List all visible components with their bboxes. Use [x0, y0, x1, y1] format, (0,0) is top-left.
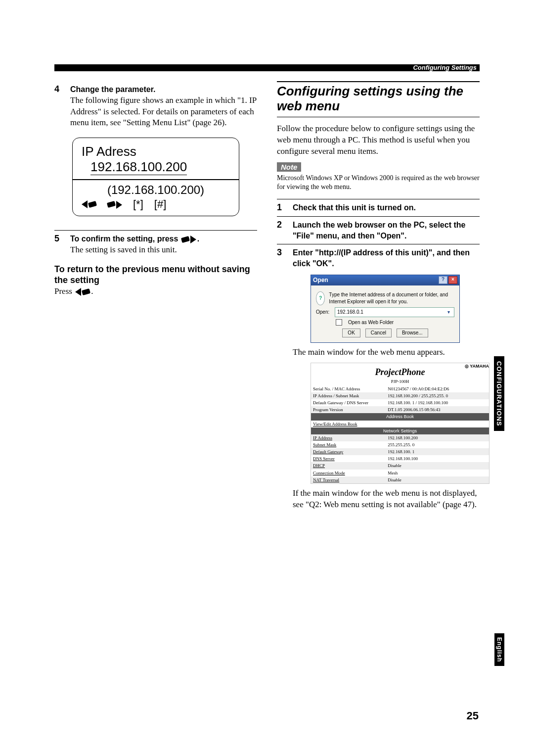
step-2: 2 Launch the web browser on the PC, sele…: [277, 216, 480, 241]
table-row: Serial No. / MAC AddressN01234567 / 00:A…: [311, 385, 489, 392]
back-icon: [82, 200, 96, 208]
setting-link[interactable]: Connection Mode: [311, 470, 386, 476]
asterisk-key-label: [*]: [133, 198, 143, 211]
sub-heading: To return to the previous menu without s…: [54, 264, 257, 286]
brand-label: ◎ YAMAHA: [465, 363, 489, 369]
step-number: 3: [277, 247, 286, 258]
step-number: 4: [54, 84, 63, 94]
back-icon: [75, 288, 90, 296]
model-label: PJP-100H: [311, 378, 489, 384]
dialog-title: Open: [313, 276, 328, 284]
after-webmenu-text: If the main window for the web menu is n…: [293, 488, 490, 511]
setting-link[interactable]: DNS Server: [311, 455, 386, 462]
left-column: 4 Change the parameter. The following fi…: [54, 81, 257, 511]
step-number: 2: [277, 220, 286, 230]
english-tab: English: [494, 633, 504, 666]
page-number: 25: [467, 709, 479, 722]
checkbox-label: Open as Web Folder: [348, 319, 394, 326]
step-title: Check that this unit is turned on.: [293, 202, 480, 213]
enter-icon: [181, 236, 196, 243]
section-intro: Follow the procedure below to configure …: [277, 123, 480, 157]
table-row: Connection ModeMesh: [311, 470, 489, 476]
table-row: DNS Server192.168.100.100: [311, 455, 489, 462]
step-1: 1 Check that this unit is turned on.: [277, 199, 480, 213]
table-row: Subnet Mask255.255.255. 0: [311, 441, 489, 448]
dialog-titlebar: Open ? ×: [311, 275, 459, 285]
cancel-button[interactable]: Cancel: [365, 329, 392, 337]
step-title: Launch the web browser on the PC, select…: [293, 220, 480, 241]
step-title: To confirm the setting, press .: [70, 234, 257, 244]
setting-link[interactable]: NAT Traversal: [311, 476, 386, 483]
table-row: Default Gateway192.168.100. 1: [311, 448, 489, 455]
open-label: Open:: [316, 309, 331, 316]
table-row: Program VersionDT.1.05 2006.06.15 08:56:…: [311, 406, 489, 413]
view-edit-address-book-link[interactable]: View/Edit Address Book: [311, 421, 476, 427]
close-icon[interactable]: ×: [448, 276, 457, 284]
step-number: 1: [277, 202, 286, 213]
web-menu-window: ◎ YAMAHA ProjectPhone PJP-100H Serial No…: [311, 363, 490, 483]
step-body-text: The setting is saved in this unit.: [70, 244, 257, 256]
open-dialog: Open ? × ? Type the Internet address of …: [311, 275, 460, 342]
ok-button[interactable]: OK: [342, 329, 360, 337]
after-dialog-text: The main window for the web menu appears…: [293, 347, 490, 358]
note-body: Microsoft Windows XP or Windows 2000 is …: [277, 174, 480, 192]
address-book-header: Address Book: [311, 413, 489, 420]
step-body-text: The following figure shows an example in…: [70, 95, 257, 129]
step-title: Change the parameter.: [70, 84, 257, 95]
lcd-display: IP Adress 192.168.100.200 (192.168.100.2…: [72, 138, 239, 216]
product-logo: ProjectPhone: [311, 366, 489, 378]
setting-link[interactable]: DHCP: [311, 462, 386, 469]
dialog-description: Type the Internet address of a document …: [329, 291, 454, 305]
step-number: 5: [54, 234, 63, 244]
table-row: Default Gateway / DNS Server192.168.100.…: [311, 399, 489, 406]
open-input-value: 192.168.0.1: [337, 309, 363, 316]
setting-link[interactable]: Default Gateway: [311, 448, 386, 455]
setting-link[interactable]: Subnet Mask: [311, 441, 386, 448]
chevron-down-icon[interactable]: ▾: [445, 309, 452, 316]
setting-link[interactable]: IP Address: [311, 434, 386, 441]
step-3: 3 Enter "http://(IP address of this unit…: [277, 244, 480, 511]
help-icon[interactable]: ?: [439, 276, 447, 284]
section-title: Configuring settings using the web menu: [277, 81, 480, 117]
enter-icon: [107, 200, 122, 208]
header-bar: Configuring Settings: [54, 64, 480, 71]
configurations-tab: CONFIGURATIONS: [494, 356, 504, 431]
open-input[interactable]: 192.168.0.1 ▾: [335, 307, 454, 317]
step-title: Enter "http://(IP address of this unit)"…: [293, 247, 490, 269]
network-settings-header: Network Settings: [311, 427, 489, 434]
step-5: 5 To confirm the setting, press . The se…: [54, 230, 257, 256]
browse-button[interactable]: Browse...: [397, 329, 428, 337]
table-row: NAT TraversalDisable: [311, 476, 489, 483]
step-4: 4 Change the parameter. The following fi…: [54, 84, 257, 129]
lcd-line-value: 192.168.100.200: [90, 159, 187, 175]
header-section: Configuring Settings: [413, 64, 477, 71]
open-as-web-folder-checkbox[interactable]: Open as Web Folder: [336, 319, 454, 326]
table-row: DHCPDisable: [311, 462, 489, 469]
note-label: Note: [277, 162, 301, 172]
lcd-line-title: IP Adress: [82, 144, 230, 159]
lcd-line-current: (192.168.100.200): [82, 183, 230, 197]
sub-body: Press .: [54, 286, 257, 297]
right-column: Configuring settings using the web menu …: [277, 81, 480, 511]
hash-key-label: [#]: [154, 198, 166, 211]
table-row: IP Address192.168.100.200: [311, 434, 489, 441]
table-row: IP Address / Subnet Mask192.168.100.200 …: [311, 392, 489, 399]
info-icon: ?: [316, 291, 325, 305]
